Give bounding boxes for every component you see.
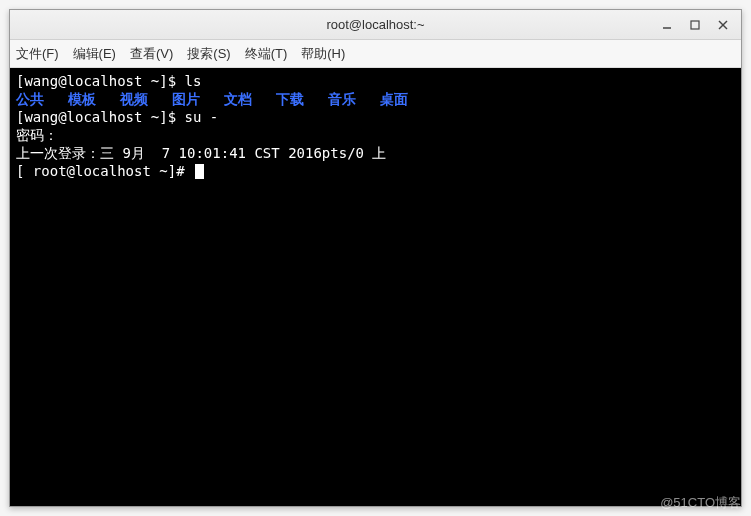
command: su - [185, 109, 219, 125]
terminal-line: [ root@localhost ~]# [16, 162, 735, 180]
menu-help[interactable]: 帮助(H) [301, 45, 345, 63]
svg-rect-1 [691, 21, 699, 29]
close-button[interactable] [709, 14, 737, 36]
terminal-line: [wang@localhost ~]$ ls [16, 72, 735, 90]
ls-output: 公共 模板 视频 图片 文档 下载 音乐 桌面 [16, 90, 735, 108]
command: ls [185, 73, 202, 89]
menu-edit[interactable]: 编辑(E) [73, 45, 116, 63]
titlebar[interactable]: root@localhost:~ [10, 10, 741, 40]
dir-item: 文档 [224, 90, 252, 108]
menu-file[interactable]: 文件(F) [16, 45, 59, 63]
window-controls [653, 14, 737, 36]
minimize-icon [662, 20, 672, 30]
menu-search[interactable]: 搜索(S) [187, 45, 230, 63]
terminal-area[interactable]: [wang@localhost ~]$ ls 公共 模板 视频 图片 文档 下载… [10, 68, 741, 506]
menu-view[interactable]: 查看(V) [130, 45, 173, 63]
dir-item: 公共 [16, 90, 44, 108]
dir-item: 音乐 [328, 90, 356, 108]
terminal-window: root@localhost:~ 文件(F) 编辑(E) 查看(V) 搜索(S)… [9, 9, 742, 507]
terminal-line: 密码： [16, 126, 735, 144]
dir-item: 视频 [120, 90, 148, 108]
terminal-line: 上一次登录：三 9月 7 10:01:41 CST 2016pts/0 上 [16, 144, 735, 162]
dir-item: 下载 [276, 90, 304, 108]
menubar: 文件(F) 编辑(E) 查看(V) 搜索(S) 终端(T) 帮助(H) [10, 40, 741, 68]
prompt: [wang@localhost ~]$ [16, 109, 185, 125]
prompt: [ root@localhost ~]# [16, 163, 193, 179]
menu-terminal[interactable]: 终端(T) [245, 45, 288, 63]
terminal-line: [wang@localhost ~]$ su - [16, 108, 735, 126]
maximize-button[interactable] [681, 14, 709, 36]
cursor-icon [195, 164, 204, 179]
dir-item: 桌面 [380, 90, 408, 108]
close-icon [718, 20, 728, 30]
dir-item: 图片 [172, 90, 200, 108]
minimize-button[interactable] [653, 14, 681, 36]
window-title: root@localhost:~ [10, 17, 741, 32]
dir-item: 模板 [68, 90, 96, 108]
maximize-icon [690, 20, 700, 30]
prompt: [wang@localhost ~]$ [16, 73, 185, 89]
